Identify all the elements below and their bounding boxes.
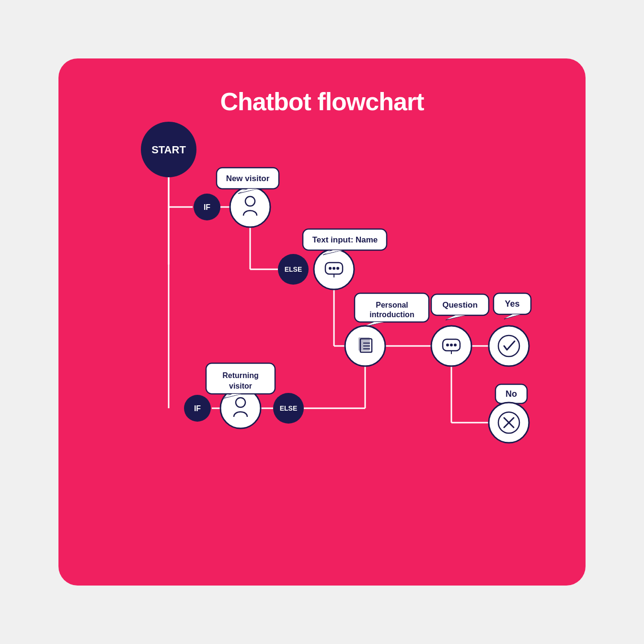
if1-label: IF <box>204 203 210 211</box>
svg-point-29 <box>446 344 449 346</box>
yes-text: Yes <box>505 299 519 309</box>
else2-label: ELSE <box>280 404 298 412</box>
svg-point-19 <box>329 267 332 270</box>
main-card: Chatbot flowchart START <box>58 58 586 586</box>
check-icon <box>489 326 529 366</box>
start-label: START <box>151 144 186 156</box>
svg-point-20 <box>333 267 335 270</box>
personal-intro-text2: introduction <box>369 310 414 319</box>
personal-intro-text1: Personal <box>376 301 408 309</box>
if2-label: IF <box>194 404 201 413</box>
pages-icon <box>358 337 372 352</box>
returning-visitor-text1: Returning <box>222 371 259 380</box>
flowchart-svg: START IF New visitor ELSE <box>58 58 586 586</box>
new-visitor-text: New visitor <box>226 174 270 183</box>
svg-point-30 <box>450 344 453 346</box>
svg-point-31 <box>454 344 457 346</box>
no-text: No <box>506 389 517 399</box>
text-input-text: Text input: Name <box>312 235 378 244</box>
new-visitor-icon <box>230 187 270 227</box>
returning-visitor-text2: visitor <box>229 382 252 390</box>
question-text: Question <box>442 300 478 310</box>
else1-label: ELSE <box>285 265 302 273</box>
svg-point-21 <box>336 267 339 270</box>
